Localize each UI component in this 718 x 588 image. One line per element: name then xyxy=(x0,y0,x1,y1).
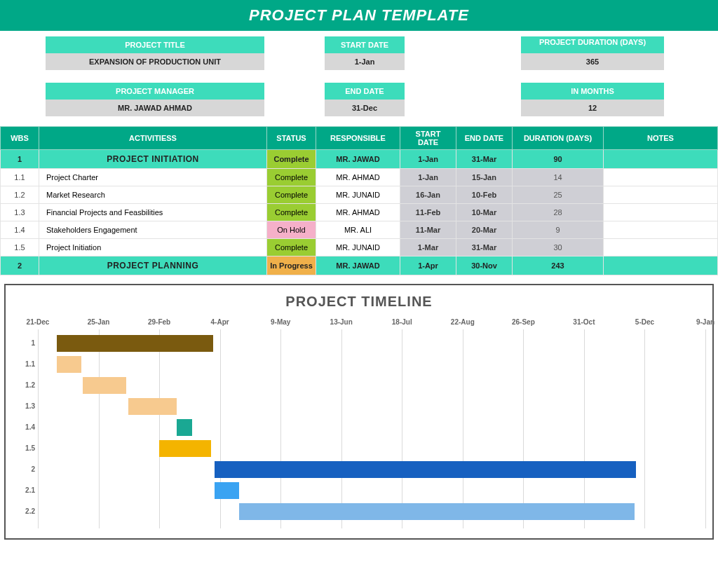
notes-cell xyxy=(604,239,718,257)
notes-cell xyxy=(604,221,718,239)
activity-cell: PROJECT INITIATION xyxy=(39,150,267,169)
tick-label: 31-Oct xyxy=(573,318,595,326)
main-banner: PROJECT PLAN TEMPLATE xyxy=(0,0,718,31)
grid-line xyxy=(705,329,706,528)
tick-label: 21-Dec xyxy=(27,318,50,326)
wbs-cell: 1 xyxy=(1,150,39,169)
end-date-cell: 10-Feb xyxy=(456,186,513,204)
gantt-row-label: 1.2 xyxy=(14,381,35,389)
activity-cell: Stakeholders Engagement xyxy=(39,221,267,239)
gantt-row: 1.2 xyxy=(38,377,705,394)
timeline-title: PROJECT TIMELINE xyxy=(13,294,705,310)
col-activities: ACTIVITIESS xyxy=(39,127,267,150)
responsible-cell: MR. JUNAID xyxy=(316,239,400,257)
start-date-cell: 11-Mar xyxy=(400,221,456,239)
tick-label: 29-Feb xyxy=(148,318,170,326)
duration-cell: 25 xyxy=(513,186,604,204)
notes-cell xyxy=(604,150,718,169)
gantt-bar xyxy=(57,335,213,352)
table-row: 1.4Stakeholders EngagementOn HoldMR. ALI… xyxy=(1,221,718,239)
col-duration: DURATION (DAYS) xyxy=(513,127,604,150)
col-end-date: END DATE xyxy=(456,127,513,150)
activity-cell: Financial Projects and Feasbilities xyxy=(39,204,267,221)
start-date-cell: 11-Feb xyxy=(400,204,456,221)
col-responsible: RESPONSIBLE xyxy=(316,127,400,150)
responsible-cell: MR. JUNAID xyxy=(316,186,400,204)
col-notes: NOTES xyxy=(604,127,718,150)
meta-block: PROJECT TITLE START DATE PROJECT DURATIO… xyxy=(0,36,718,116)
in-months-value: 12 xyxy=(521,100,664,116)
plan-table: WBS ACTIVITIESS STATUS RESPONSIBLE START… xyxy=(0,126,718,275)
project-title-value: EXPANSION OF PRODUCTION UNIT xyxy=(46,53,264,70)
wbs-cell: 1.1 xyxy=(1,169,39,186)
activity-cell: PROJECT PLANNING xyxy=(39,257,267,275)
notes-cell xyxy=(604,257,718,275)
gantt-row-label: 1 xyxy=(14,339,35,347)
table-row: 1.1Project CharterCompleteMR. AHMAD1-Jan… xyxy=(1,169,718,186)
gantt-row: 2 xyxy=(38,461,705,478)
timeline-panel: PROJECT TIMELINE 21-Dec25-Jan29-Feb4-Apr… xyxy=(4,284,714,540)
col-status: STATUS xyxy=(267,127,316,150)
table-row: 1.5Project InitiationCompleteMR. JUNAID1… xyxy=(1,239,718,257)
status-cell: Complete xyxy=(267,239,316,257)
activity-cell: Project Charter xyxy=(39,169,267,186)
project-manager-label: PROJECT MANAGER xyxy=(46,83,264,100)
col-wbs: WBS xyxy=(1,127,39,150)
end-date-cell: 30-Nov xyxy=(456,257,513,275)
notes-cell xyxy=(604,169,718,186)
gantt-row: 1 xyxy=(38,335,705,352)
responsible-cell: MR. AHMAD xyxy=(316,204,400,221)
section-row: 2PROJECT PLANNINGIn ProgressMR. JAWAD1-A… xyxy=(1,257,718,275)
project-manager-value: MR. JAWAD AHMAD xyxy=(46,100,264,116)
in-months-label: IN MONTHS xyxy=(521,83,664,100)
table-header-row: WBS ACTIVITIESS STATUS RESPONSIBLE START… xyxy=(1,127,718,150)
gantt-row-label: 2 xyxy=(14,465,35,473)
gantt-row-label: 2.2 xyxy=(14,507,35,515)
responsible-cell: MR. AHMAD xyxy=(316,169,400,186)
gantt-row-label: 2.1 xyxy=(14,486,35,494)
wbs-cell: 1.3 xyxy=(1,204,39,221)
gantt-row: 1.1 xyxy=(38,356,705,373)
gantt-row-label: 1.3 xyxy=(14,402,35,410)
duration-cell: 90 xyxy=(513,150,604,169)
activity-cell: Project Initiation xyxy=(39,239,267,257)
page: PROJECT PLAN TEMPLATE PROJECT TITLE STAR… xyxy=(0,0,718,540)
responsible-cell: MR. JAWAD xyxy=(316,257,400,275)
wbs-cell: 1.5 xyxy=(1,239,39,257)
duration-cell: 243 xyxy=(513,257,604,275)
start-date-cell: 1-Jan xyxy=(400,150,456,169)
end-date-cell: 20-Mar xyxy=(456,221,513,239)
tick-label: 26-Sep xyxy=(512,318,535,326)
start-date-value: 1-Jan xyxy=(325,53,405,70)
notes-cell xyxy=(604,204,718,221)
gantt-bar xyxy=(215,482,239,499)
notes-cell xyxy=(604,186,718,204)
tick-label: 4-Apr xyxy=(211,318,229,326)
duration-cell: 9 xyxy=(513,221,604,239)
status-cell: Complete xyxy=(267,186,316,204)
col-start-date: START DATE xyxy=(400,127,456,150)
tick-label: 13-Jun xyxy=(330,318,353,326)
tick-label: 5-Dec xyxy=(635,318,654,326)
gantt-bar xyxy=(57,356,81,373)
end-date-value: 31-Dec xyxy=(325,100,405,116)
project-title-label: PROJECT TITLE xyxy=(46,36,264,53)
wbs-cell: 1.2 xyxy=(1,186,39,204)
wbs-cell: 1.4 xyxy=(1,221,39,239)
gantt-row-label: 1.4 xyxy=(14,423,35,431)
status-cell: In Progress xyxy=(267,257,316,275)
gantt-row-label: 1.5 xyxy=(14,444,35,452)
end-date-label: END DATE xyxy=(325,83,405,100)
project-duration-label: PROJECT DURATION (DAYS) xyxy=(521,36,664,53)
gantt-row: 2.2 xyxy=(38,503,705,520)
status-cell: On Hold xyxy=(267,221,316,239)
duration-cell: 14 xyxy=(513,169,604,186)
tick-label: 9-Jan xyxy=(696,318,714,326)
end-date-cell: 15-Jan xyxy=(456,169,513,186)
section-row: 1PROJECT INITIATIONCompleteMR. JAWAD1-Ja… xyxy=(1,150,718,169)
gantt-bar xyxy=(128,398,177,415)
responsible-cell: MR. ALI xyxy=(316,221,400,239)
end-date-cell: 31-Mar xyxy=(456,150,513,169)
project-duration-value: 365 xyxy=(521,53,664,70)
tick-label: 9-May xyxy=(271,318,290,326)
